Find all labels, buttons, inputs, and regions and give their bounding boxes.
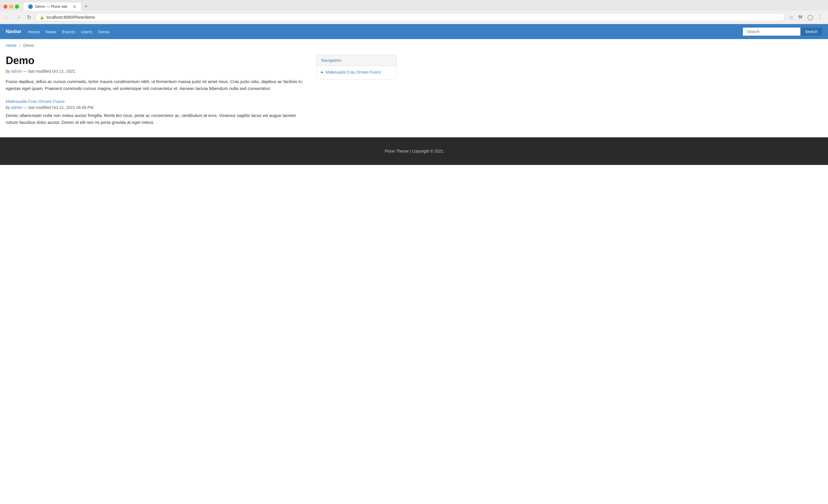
- page-title: Demo: [6, 55, 307, 67]
- search-input[interactable]: [743, 28, 800, 36]
- article-title: Malesuada Cras Ornare Fusce: [6, 99, 307, 104]
- article-title-link[interactable]: Malesuada Cras Ornare Fusce: [6, 99, 65, 104]
- breadcrumb: Home / Demo: [0, 39, 828, 52]
- window-controls: [3, 5, 19, 9]
- browser-chrome: Demo — Plone site ✕ + ← → ↻ 🔒 localhost:…: [0, 0, 828, 24]
- navbar: Navbar Home News Events Users Demo Searc…: [0, 24, 828, 39]
- navbar-nav: Home News Events Users Demo: [28, 28, 743, 35]
- search-button[interactable]: Search: [800, 28, 822, 36]
- nav-list-item: Malesuada Cras Ornare Fusce: [326, 70, 392, 75]
- tab-favicon: [28, 4, 33, 9]
- navbar-search: Search: [743, 28, 822, 36]
- article-item: Malesuada Cras Ornare Fusce by admin — l…: [6, 99, 307, 126]
- page-body: Fusce dapibus, tellus ac cursus commodo,…: [6, 78, 307, 92]
- nav-link-news[interactable]: News: [45, 28, 56, 35]
- navbar-brand[interactable]: Navbar: [6, 29, 21, 34]
- nav-list-link[interactable]: Malesuada Cras Ornare Fusce: [326, 70, 381, 75]
- meta-date: — last modified Oct 21, 2021: [23, 69, 75, 74]
- footer: Plone Theme | Copyright © 2021: [0, 137, 828, 165]
- profile-button[interactable]: ◯: [805, 13, 815, 21]
- forward-button[interactable]: →: [14, 13, 23, 21]
- browser-tab-bar: Demo — Plone site ✕ +: [0, 0, 828, 11]
- tab-title: Demo — Plone site: [35, 4, 67, 9]
- tab-close-icon[interactable]: ✕: [73, 4, 77, 9]
- breadcrumb-home[interactable]: Home: [6, 43, 16, 48]
- article-date: — last modified Oct 21, 2021 06:48 PM: [23, 105, 93, 110]
- new-tab-button[interactable]: +: [82, 2, 90, 11]
- address-url: localhost:8080/Plone/demo: [47, 15, 781, 19]
- page-meta: by admin — last modified Oct 21, 2021: [6, 69, 307, 74]
- minimize-button[interactable]: [9, 5, 13, 9]
- nav-link-demo[interactable]: Demo: [98, 28, 110, 35]
- article-meta-by: by: [6, 105, 10, 110]
- navigation-title-link[interactable]: Navigation: [321, 58, 341, 63]
- nav-link-home[interactable]: Home: [28, 28, 40, 35]
- toolbar-icons: ☆ ⚒ ◯ ⋮: [787, 13, 825, 21]
- content-area: Demo by admin — last modified Oct 21, 20…: [6, 55, 307, 126]
- article-author[interactable]: admin: [11, 105, 22, 110]
- menu-button[interactable]: ⋮: [816, 13, 825, 21]
- browser-toolbar: ← → ↻ 🔒 localhost:8080/Plone/demo ☆ ⚒ ◯ …: [0, 11, 828, 24]
- plone-site: Navbar Home News Events Users Demo Searc…: [0, 24, 828, 196]
- breadcrumb-current: Demo: [23, 43, 34, 48]
- lock-icon: 🔒: [40, 15, 44, 19]
- extensions-button[interactable]: ⚒: [796, 13, 804, 21]
- footer-text: Plone Theme | Copyright © 2021: [385, 149, 443, 153]
- breadcrumb-separator: /: [19, 43, 20, 48]
- close-button[interactable]: [3, 5, 7, 9]
- main-container: Demo by admin — last modified Oct 21, 20…: [0, 52, 403, 137]
- meta-author[interactable]: admin: [11, 69, 22, 74]
- navigation-list: Malesuada Cras Ornare Fusce: [317, 66, 397, 79]
- bookmark-button[interactable]: ☆: [787, 13, 795, 21]
- nav-link-events[interactable]: Events: [62, 28, 75, 35]
- article-body: Donec ullamcorper nulla non metus auctor…: [6, 112, 307, 126]
- address-bar[interactable]: 🔒 localhost:8080/Plone/demo: [35, 13, 785, 21]
- article-meta: by admin — last modified Oct 21, 2021 06…: [6, 105, 307, 110]
- browser-tab[interactable]: Demo — Plone site ✕: [24, 3, 81, 11]
- reload-button[interactable]: ↻: [25, 13, 33, 21]
- nav-link-users[interactable]: Users: [81, 28, 92, 35]
- navigation-box: Navigation Malesuada Cras Ornare Fusce: [316, 55, 397, 80]
- back-button[interactable]: ←: [3, 13, 12, 21]
- navigation-header: Navigation: [317, 55, 397, 66]
- meta-by: by: [6, 69, 10, 74]
- sidebar: Navigation Malesuada Cras Ornare Fusce: [316, 55, 397, 126]
- maximize-button[interactable]: [15, 5, 19, 9]
